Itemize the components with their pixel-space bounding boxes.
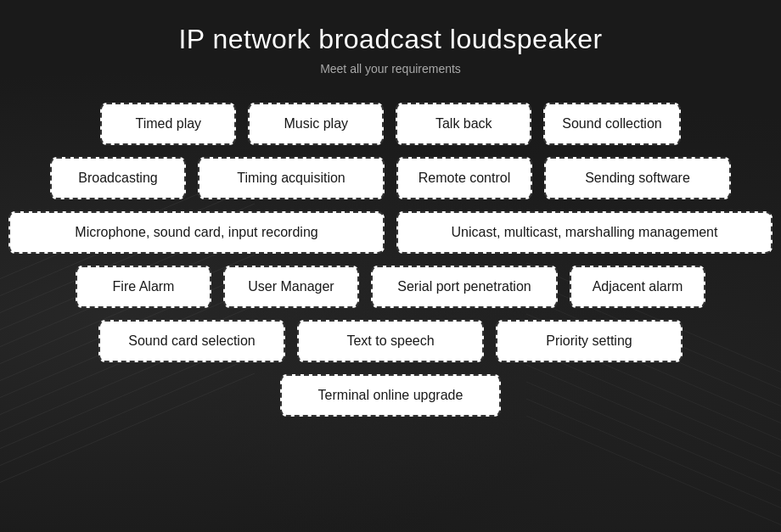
feature-row-1: Timed play Music play Talk back Sound co…	[8, 103, 773, 145]
serial-port-button[interactable]: Serial port penetration	[371, 266, 558, 308]
feature-row-6: Terminal online upgrade	[8, 374, 773, 417]
sound-card-selection-button[interactable]: Sound card selection	[98, 320, 285, 362]
terminal-upgrade-button[interactable]: Terminal online upgrade	[280, 374, 501, 417]
text-to-speech-button[interactable]: Text to speech	[297, 320, 484, 362]
user-manager-button[interactable]: User Manager	[223, 266, 359, 308]
feature-row-2: Broadcasting Timing acquisition Remote c…	[8, 157, 773, 199]
page-subtitle: Meet all your requirements	[320, 62, 461, 76]
adjacent-alarm-button[interactable]: Adjacent alarm	[570, 266, 705, 308]
priority-setting-button[interactable]: Priority setting	[496, 320, 683, 362]
feature-row-3: Microphone, sound card, input recording …	[8, 211, 773, 254]
sending-software-button[interactable]: Sending software	[544, 157, 731, 199]
svg-line-19	[526, 399, 781, 526]
svg-line-20	[526, 416, 781, 532]
page-title: IP network broadcast loudspeaker	[178, 24, 602, 55]
talk-back-button[interactable]: Talk back	[396, 103, 531, 145]
unicast-multicast-button[interactable]: Unicast, multicast, marshalling manageme…	[396, 211, 773, 254]
music-play-button[interactable]: Music play	[248, 103, 384, 145]
timed-play-button[interactable]: Timed play	[100, 103, 236, 145]
features-grid: Timed play Music play Talk back Sound co…	[8, 103, 773, 417]
fire-alarm-button[interactable]: Fire Alarm	[76, 266, 211, 308]
microphone-input-button[interactable]: Microphone, sound card, input recording	[8, 211, 385, 254]
timing-acquisition-button[interactable]: Timing acquisition	[198, 157, 385, 199]
feature-row-5: Sound card selection Text to speech Prio…	[8, 320, 773, 362]
feature-row-4: Fire Alarm User Manager Serial port pene…	[8, 266, 773, 308]
sound-collection-button[interactable]: Sound collection	[543, 103, 680, 145]
remote-control-button[interactable]: Remote control	[396, 157, 532, 199]
broadcasting-button[interactable]: Broadcasting	[50, 157, 186, 199]
